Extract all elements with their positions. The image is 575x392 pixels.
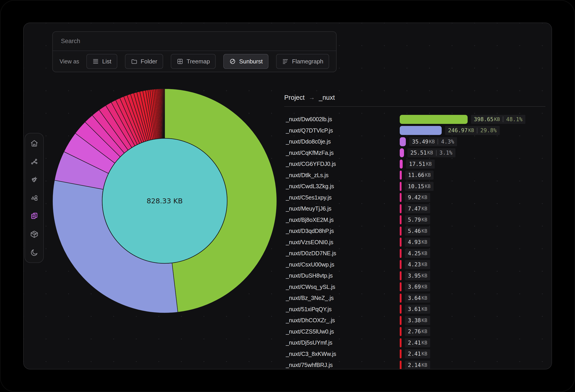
file-row[interactable]: _nuxt/MeuyTjJ6.js7.47KB [286,203,550,214]
size-bar [400,260,402,269]
file-row[interactable]: _nuxt/Ddo8c0je.js35.49KB4.3% [286,136,550,147]
file-name: _nuxt/DuSH8vtp.js [286,272,400,279]
package-icon [30,230,39,239]
file-row[interactable]: _nuxt/CsxU00wp.js4.23KB [286,259,550,270]
file-name: _nuxt/Dj5sUYmf.js [286,340,400,346]
size-unit: KB [422,363,427,368]
home-icon [30,139,39,147]
size-value: 10.15 [408,183,424,190]
size-value: 9.42 [408,194,421,201]
size-unit: KB [422,295,427,301]
file-row[interactable]: _nuxt/DuSH8vtp.js3.95KB [286,270,550,281]
size-unit: KB [468,128,474,133]
file-row[interactable]: _nuxt/CqKfMzFa.js25.51KB3.1% [286,147,550,159]
sunburst-chart: 828.33 KB [52,88,277,314]
size-bar [400,271,402,280]
size-unit: KB [494,117,500,122]
size-badge: 9.42KB [405,193,430,202]
file-row[interactable]: _nuxt/Q7DTVlcP.js246.97KB29.8% [286,125,550,136]
file-name: _nuxt/Dtlk_zLs.js [286,172,400,178]
breadcrumb-current[interactable]: _nuxt [319,94,335,101]
size-badge: 3.61KB [405,305,430,314]
file-name: _nuxt/CWsq_ySL.js [286,284,400,290]
size-unit: KB [422,206,427,211]
size-value: 2.41 [408,340,421,346]
sidebar-item-components[interactable] [29,193,39,203]
sidebar-item-packages[interactable] [29,229,39,239]
size-bar [400,148,404,157]
sidebar-item-assets[interactable] [29,211,39,221]
file-row[interactable]: _nuxt/CZS5lUw0.js2.76KB [286,326,550,337]
file-row[interactable]: _nuxt/CWsq_ySL.js3.69KB [286,281,550,293]
size-badge: 398.65KB48.1% [471,115,525,124]
view-button-label: List [102,58,111,65]
view-button-flamegraph[interactable]: Flamegraph [276,54,329,69]
file-name: _nuxt/D0zDD7NE.js [286,250,400,257]
size-percent: 48.1% [506,116,523,122]
size-bar [400,316,402,325]
size-unit: KB [422,351,427,357]
file-row[interactable]: _nuxt/C5es1xpy.js9.42KB [286,192,550,203]
size-value: 2.41 [408,351,421,357]
view-button-label: Flamegraph [292,58,323,65]
file-row[interactable]: _nuxt/DhCOXZr_.js3.38KB [286,315,550,326]
size-unit: KB [422,318,427,323]
sidebar [24,133,44,263]
size-unit: KB [427,150,433,155]
file-row[interactable]: _nuxt/75whfBRJ.js2.14KB [286,360,550,369]
sunburst-segment[interactable] [164,89,165,138]
file-row[interactable]: _nuxt/CwdL3Zkg.js10.15KB [286,181,550,192]
file-name: _nuxt/C3_8xKWw.js [286,351,400,357]
shapes-icon [30,194,39,202]
file-row[interactable]: _nuxt/D0zDD7NE.js4.25KB [286,248,550,259]
sidebar-item-plugins[interactable] [29,175,39,185]
arrow-right-icon: → [309,94,315,101]
file-name: _nuxt/DhCOXZr_.js [286,317,400,324]
size-bar [400,327,402,336]
view-button-label: Treemap [187,58,210,65]
divider [477,128,477,133]
size-unit: KB [422,240,427,245]
view-button-treemap[interactable]: Treemap [171,54,216,69]
size-value: 2.14 [408,362,421,368]
file-row[interactable]: _nuxt/Bj8oXE2M.js5.79KB [286,214,550,226]
size-unit: KB [422,306,427,312]
breadcrumb-root[interactable]: Project [284,94,305,101]
search-input[interactable] [61,38,328,45]
file-row[interactable]: _nuxt/Dw6002lb.js398.65KB48.1% [286,114,550,125]
file-name: _nuxt/VzsEONI0.js [286,239,400,245]
size-badge: 2.41KB [405,349,430,358]
flamegraph-icon [282,58,289,65]
file-row[interactable]: _nuxt/Dtlk_zLs.js11.66KB [286,170,550,181]
sidebar-item-overview[interactable] [29,138,39,148]
size-value: 3.64 [408,295,421,301]
divider [284,106,546,107]
view-button-sunburst[interactable]: Sunburst [223,54,268,69]
size-badge: 3.95KB [405,271,430,280]
sidebar-item-theme[interactable] [29,247,39,257]
file-row[interactable]: _nuxt/CG6YFDJ0.js17.51KB [286,158,550,170]
size-percent: 29.8% [480,127,497,134]
size-value: 11.66 [408,172,424,178]
size-unit: KB [422,228,427,234]
size-value: 3.69 [408,284,421,290]
size-badge: 4.93KB [405,238,430,247]
size-badge: 3.64KB [405,294,430,303]
size-percent: 4.3% [441,139,454,145]
view-button-folder[interactable]: Folder [125,54,163,69]
file-row[interactable]: _nuxt/51xiPqQY.js3.61KB [286,304,550,315]
file-row[interactable]: _nuxt/VzsEONI0.js4.93KB [286,237,550,248]
size-unit: KB [425,184,431,189]
file-row[interactable]: _nuxt/Bz_3NeZ_.js3.64KB [286,293,550,304]
size-unit: KB [422,195,427,200]
nodes-icon [30,157,39,166]
sidebar-item-graph[interactable] [29,157,39,167]
file-row[interactable]: _nuxt/D3qdD8hP.js5.46KB [286,225,550,237]
file-row[interactable]: _nuxt/C3_8xKWw.js2.41KB [286,348,550,360]
search-row [53,32,336,51]
view-button-list[interactable]: List [86,54,117,69]
size-unit: KB [422,262,427,267]
size-unit: KB [422,217,427,222]
file-row[interactable]: _nuxt/Dj5sUYmf.js2.41KB [286,337,550,348]
size-unit: KB [422,340,427,345]
